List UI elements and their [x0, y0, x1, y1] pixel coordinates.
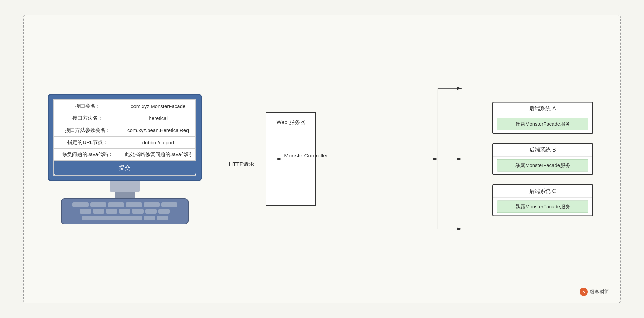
- form-value: 此处省略修复问题的Java代码: [121, 149, 196, 161]
- diagram-container: 接口类名：com.xyz.MonsterFacade接口方法名：heretica…: [23, 15, 621, 303]
- spacebar: [82, 216, 142, 220]
- backend-box-2: 后端系统 C暴露MonsterFacade服务: [492, 184, 593, 216]
- flow-section: Web 服务器 后端系统 A暴露MonsterFacade服务后端系统 B暴露M…: [205, 29, 600, 289]
- computer-illustration: 接口类名：com.xyz.MonsterFacade接口方法名：heretica…: [44, 94, 205, 224]
- backend-service-2: 暴露MonsterFacade服务: [497, 201, 588, 213]
- svg-text:HTTP请求: HTTP请求: [229, 161, 254, 167]
- form-value: dubbo://ip:port: [121, 137, 196, 149]
- form-value: com.xyz.MonsterFacade: [121, 100, 196, 112]
- backend-title-2: 后端系统 C: [493, 185, 592, 198]
- key-row-3: [66, 216, 183, 220]
- backend-systems: 后端系统 A暴露MonsterFacade服务后端系统 B暴露MonsterFa…: [492, 102, 593, 216]
- watermark-icon: G: [580, 288, 588, 296]
- key: [144, 202, 160, 207]
- backend-title-1: 后端系统 B: [493, 144, 592, 157]
- form-table: 接口类名：com.xyz.MonsterFacade接口方法名：heretica…: [54, 100, 196, 161]
- svg-text:G: G: [582, 290, 585, 294]
- key-row-1: [66, 202, 183, 207]
- web-server-box: Web 服务器: [266, 112, 316, 206]
- form-label: 指定的URL节点：: [54, 137, 121, 149]
- backend-box-0: 后端系统 A暴露MonsterFacade服务: [492, 102, 593, 134]
- submit-button[interactable]: 提交: [54, 161, 196, 175]
- backend-title-0: 后端系统 A: [493, 103, 592, 115]
- key: [161, 202, 177, 207]
- monitor-screen: 接口类名：com.xyz.MonsterFacade接口方法名：heretica…: [53, 99, 196, 176]
- form-label: 接口类名：: [54, 100, 121, 112]
- backend-service-1: 暴露MonsterFacade服务: [497, 159, 588, 172]
- key: [93, 209, 104, 214]
- form-label: 修复问题的Java代码：: [54, 149, 121, 161]
- form-label: 接口方法名：: [54, 112, 121, 124]
- key: [119, 209, 130, 214]
- key: [106, 209, 117, 214]
- key: [108, 202, 124, 207]
- monitor-stand: [110, 181, 140, 192]
- key: [157, 216, 168, 220]
- key: [132, 209, 144, 214]
- key: [90, 202, 106, 207]
- watermark-text: 极客时间: [590, 289, 610, 295]
- key: [158, 209, 170, 214]
- watermark: G 极客时间: [580, 288, 610, 296]
- key: [145, 209, 157, 214]
- monitor-neck: [115, 192, 135, 198]
- key-row-2: [66, 209, 183, 214]
- monitor: 接口类名：com.xyz.MonsterFacade接口方法名：heretica…: [48, 94, 202, 181]
- key: [72, 202, 89, 207]
- web-server-label: Web 服务器: [276, 119, 305, 126]
- form-value: heretical: [121, 112, 196, 124]
- form-value: com.xyz.bean.HereticalReq: [121, 124, 196, 137]
- backend-service-0: 暴露MonsterFacade服务: [497, 118, 588, 130]
- keyboard: [61, 198, 189, 224]
- backend-box-1: 后端系统 B暴露MonsterFacade服务: [492, 143, 593, 175]
- key: [144, 216, 155, 220]
- key: [126, 202, 142, 207]
- key: [80, 209, 91, 214]
- form-label: 接口方法参数类名：: [54, 124, 121, 137]
